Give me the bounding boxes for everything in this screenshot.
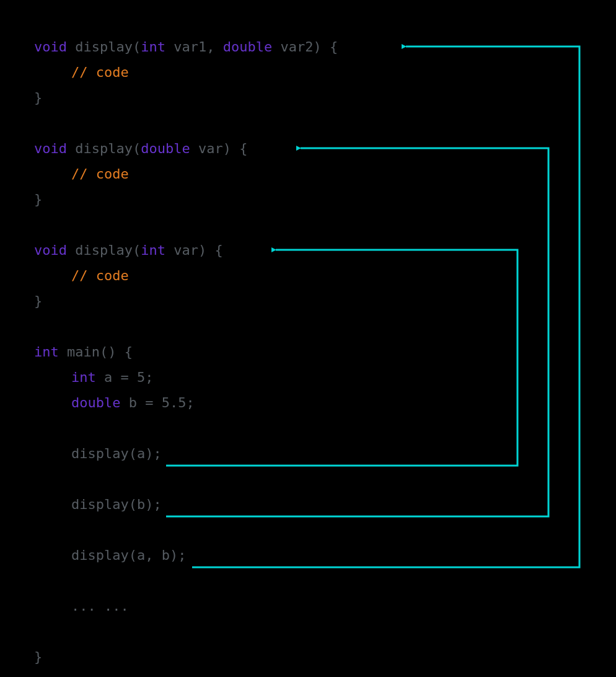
call-display-b: display(b); xyxy=(34,492,338,517)
keyword-int: int xyxy=(34,344,59,360)
func2-signature: void display(double var) { xyxy=(34,136,338,161)
keyword-double: double xyxy=(141,141,190,156)
func-name: display xyxy=(75,242,133,258)
keyword-void: void xyxy=(34,141,67,156)
call-display-a: display(a); xyxy=(34,441,338,466)
func1-body: // code xyxy=(34,60,338,85)
main-end: } xyxy=(34,644,338,670)
func1-end: } xyxy=(34,85,338,110)
blank-line xyxy=(34,568,338,593)
blank-line xyxy=(34,619,338,644)
main-decl1: int a = 5; xyxy=(34,365,338,390)
call-display-ab: display(a, b); xyxy=(34,542,338,568)
param-name: var xyxy=(198,141,223,156)
func3-end: } xyxy=(34,288,338,314)
func-name: display xyxy=(75,141,133,156)
main-name: main() { xyxy=(67,344,133,360)
blank-line xyxy=(34,517,338,542)
keyword-int: int xyxy=(71,369,96,385)
func-name: display xyxy=(75,39,133,55)
blank-line xyxy=(34,415,338,441)
param-name: var2 xyxy=(280,39,313,55)
keyword-void: void xyxy=(34,242,67,258)
blank-line xyxy=(34,110,338,136)
code-block: void display(int var1, double var2) { //… xyxy=(34,34,338,670)
comment: // code xyxy=(71,166,129,182)
comment: // code xyxy=(71,64,129,80)
param-name: var xyxy=(174,242,198,258)
keyword-int: int xyxy=(141,39,165,55)
main-decl2: double b = 5.5; xyxy=(34,390,338,415)
blank-line xyxy=(34,466,338,492)
comment: // code xyxy=(71,268,129,283)
keyword-int: int xyxy=(141,242,165,258)
main-signature: int main() { xyxy=(34,339,338,365)
func2-body: // code xyxy=(34,161,338,187)
ellipsis: ... ... xyxy=(34,593,338,619)
func3-body: // code xyxy=(34,263,338,288)
keyword-double: double xyxy=(223,39,272,55)
func2-end: } xyxy=(34,187,338,212)
blank-line xyxy=(34,212,338,237)
keyword-void: void xyxy=(34,39,67,55)
param-name: var1 xyxy=(174,39,206,55)
func3-signature: void display(int var) { xyxy=(34,237,338,263)
keyword-double: double xyxy=(71,395,120,410)
func1-signature: void display(int var1, double var2) { xyxy=(34,34,338,60)
blank-line xyxy=(34,314,338,339)
